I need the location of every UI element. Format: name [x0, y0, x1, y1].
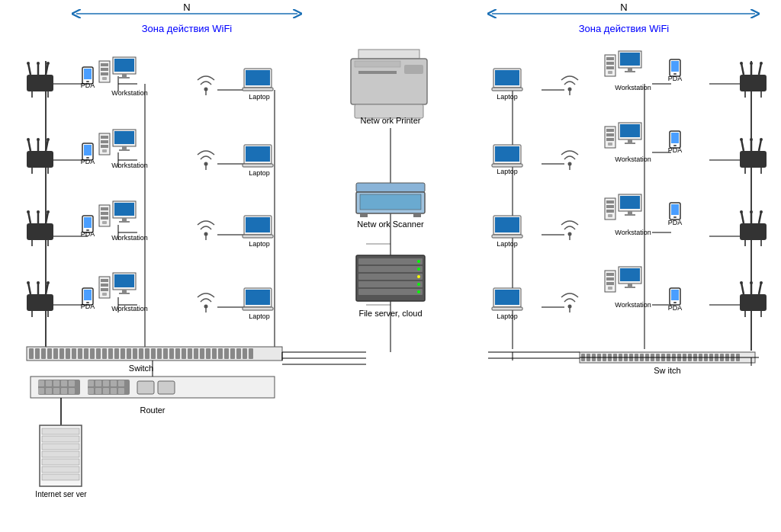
svg-rect-369	[620, 268, 640, 281]
svg-rect-121	[61, 388, 67, 394]
svg-text:Netw ork Scanner: Netw ork Scanner	[357, 220, 424, 229]
svg-rect-335	[606, 62, 614, 65]
svg-text:Workstation: Workstation	[111, 162, 147, 169]
svg-rect-149	[42, 428, 79, 434]
svg-text:Internet ser ver: Internet ser ver	[35, 490, 87, 498]
svg-rect-55	[114, 348, 119, 359]
svg-rect-154	[42, 466, 79, 473]
svg-text:Workstation: Workstation	[615, 301, 651, 309]
svg-rect-277	[101, 284, 108, 287]
svg-rect-331	[492, 307, 522, 310]
svg-rect-52	[96, 348, 101, 359]
svg-rect-323	[492, 164, 522, 167]
svg-rect-71	[212, 348, 217, 359]
svg-rect-41	[29, 348, 34, 359]
svg-rect-406	[358, 281, 423, 287]
svg-rect-48	[72, 348, 76, 359]
svg-rect-327	[492, 235, 522, 238]
svg-rect-115	[53, 380, 59, 386]
svg-rect-50	[84, 348, 88, 359]
svg-rect-134	[137, 381, 154, 394]
svg-rect-262	[122, 146, 127, 149]
svg-rect-64	[169, 348, 174, 359]
svg-rect-44	[47, 348, 52, 359]
svg-rect-133	[118, 388, 124, 394]
svg-text:File server, cloud: File server, cloud	[358, 309, 422, 318]
svg-rect-354	[606, 200, 614, 204]
svg-rect-253	[119, 77, 130, 79]
svg-text:Workstation: Workstation	[111, 234, 147, 242]
svg-rect-276	[101, 279, 108, 282]
svg-text:N: N	[183, 2, 190, 13]
svg-rect-279	[102, 293, 107, 296]
svg-rect-336	[606, 66, 614, 69]
svg-rect-152	[42, 451, 79, 457]
svg-rect-202	[740, 151, 767, 168]
svg-rect-153	[42, 459, 79, 465]
svg-rect-261	[114, 131, 134, 144]
svg-rect-247	[101, 68, 108, 71]
svg-rect-230	[84, 69, 92, 79]
svg-rect-43	[41, 348, 46, 359]
svg-rect-337	[608, 71, 612, 74]
svg-rect-271	[114, 203, 134, 216]
svg-rect-404	[358, 266, 423, 272]
svg-rect-72	[218, 348, 223, 359]
svg-point-198	[750, 62, 753, 65]
svg-rect-175	[27, 223, 53, 240]
svg-rect-360	[628, 211, 632, 214]
svg-text:PDA: PDA	[81, 303, 95, 310]
svg-rect-155	[42, 474, 79, 480]
svg-rect-257	[101, 140, 108, 143]
svg-rect-347	[608, 143, 612, 146]
svg-rect-355	[606, 205, 614, 208]
svg-rect-166	[27, 151, 53, 168]
svg-rect-278	[101, 288, 108, 291]
svg-text:Workstation: Workstation	[615, 229, 651, 236]
svg-rect-392	[404, 65, 423, 74]
svg-rect-359	[620, 196, 640, 209]
svg-rect-59	[139, 348, 143, 359]
svg-rect-340	[628, 68, 632, 71]
svg-rect-65	[175, 348, 180, 359]
svg-text:Laptop: Laptop	[249, 312, 270, 320]
svg-rect-120	[53, 388, 59, 394]
svg-line-167	[28, 139, 31, 151]
svg-rect-345	[606, 133, 614, 136]
svg-point-181	[47, 210, 50, 213]
svg-rect-118	[38, 388, 44, 394]
svg-line-176	[28, 212, 31, 223]
svg-rect-378	[671, 133, 679, 143]
svg-rect-129	[88, 388, 94, 394]
svg-text:Workstation: Workstation	[111, 89, 147, 97]
svg-rect-56	[121, 348, 125, 359]
svg-point-216	[750, 210, 753, 213]
svg-rect-116	[61, 380, 67, 386]
svg-rect-45	[53, 348, 58, 359]
svg-rect-248	[101, 72, 108, 75]
svg-rect-126	[103, 380, 109, 386]
svg-rect-127	[111, 380, 117, 386]
svg-rect-131	[103, 388, 109, 394]
svg-rect-269	[102, 221, 107, 224]
svg-point-225	[750, 281, 753, 284]
svg-rect-307	[243, 307, 273, 310]
svg-rect-370	[628, 284, 632, 287]
svg-text:N: N	[620, 2, 627, 13]
svg-rect-365	[606, 277, 614, 280]
svg-line-221	[741, 283, 744, 294]
svg-text:PDA: PDA	[668, 75, 683, 82]
svg-rect-361	[625, 214, 635, 216]
svg-rect-249	[102, 77, 107, 80]
svg-rect-281	[114, 274, 134, 287]
svg-rect-54	[108, 348, 113, 359]
svg-text:Router: Router	[140, 405, 165, 415]
svg-rect-68	[194, 348, 198, 359]
svg-point-172	[47, 138, 50, 141]
svg-text:Workstation: Workstation	[615, 155, 651, 163]
svg-rect-389	[358, 50, 419, 59]
svg-text:Зона действия WiFi: Зона действия WiFi	[579, 23, 670, 34]
svg-rect-407	[358, 289, 423, 295]
svg-rect-184	[27, 294, 53, 311]
svg-text:Зона действия WiFi: Зона действия WiFi	[142, 23, 233, 34]
